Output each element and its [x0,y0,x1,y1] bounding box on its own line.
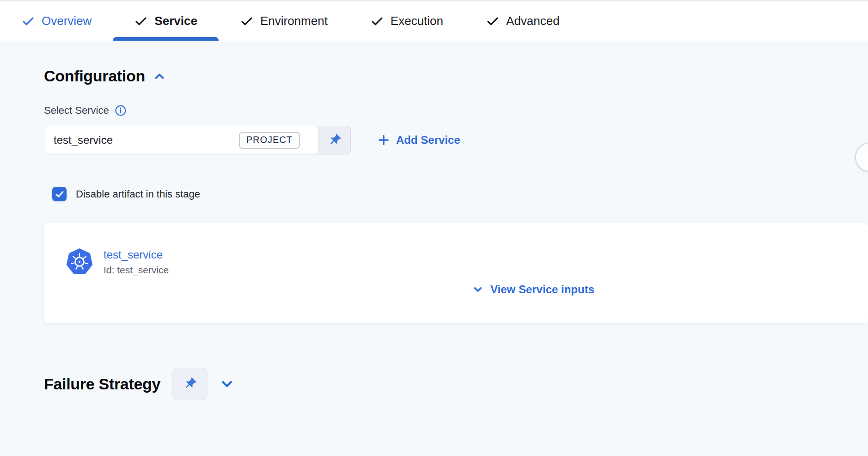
select-service-label-row: Select Service [44,105,868,117]
kubernetes-icon [65,247,94,277]
check-icon [21,14,35,28]
tab-environment[interactable]: Environment [219,1,349,41]
service-input-value: test_service [54,134,113,147]
service-text-block: test_service Id: test_service [104,247,169,277]
stage-tabbar: Overview Service Environment Execution A… [0,1,868,41]
tab-execution[interactable]: Execution [349,1,465,41]
tab-advanced[interactable]: Advanced [465,1,581,41]
service-name-link[interactable]: test_service [104,248,169,261]
check-icon [370,14,384,28]
scope-badge: PROJECT [239,132,300,149]
tab-label: Advanced [506,14,560,28]
pin-icon [180,374,200,394]
service-select-input[interactable]: test_service PROJECT [44,126,319,154]
configuration-title: Configuration [44,67,145,85]
check-icon [240,14,254,28]
checkbox-check-icon [55,189,65,199]
service-tab-content: Configuration Select Service test_servic… [0,41,868,400]
service-id-text: Id: test_service [104,265,169,276]
tab-label: Environment [260,14,328,28]
failure-strategy-header: Failure Strategy [44,368,868,400]
chevron-down-icon [472,283,484,296]
collapse-chevron-up-icon[interactable] [153,69,166,83]
view-service-inputs-toggle[interactable]: View Service inputs [472,283,594,296]
selected-service-card: test_service Id: test_service View Servi… [44,223,868,323]
failure-strategy-pin-button[interactable] [172,368,208,400]
failure-strategy-chevron-down-icon[interactable] [220,376,234,391]
check-icon [486,14,500,28]
service-select-row: test_service PROJECT Add Service [44,126,868,154]
service-select-input-group: test_service PROJECT [44,126,351,154]
disable-artifact-label: Disable artifact in this stage [76,188,200,200]
service-summary: test_service Id: test_service [65,247,169,277]
select-service-label: Select Service [44,105,109,117]
add-service-label: Add Service [396,134,460,147]
pin-icon [325,130,344,150]
tab-service[interactable]: Service [113,1,219,41]
disable-artifact-checkbox[interactable] [52,187,67,201]
view-service-inputs-label: View Service inputs [490,283,594,296]
tab-label: Overview [42,14,92,28]
configuration-section-header: Configuration [44,67,868,85]
disable-artifact-row: Disable artifact in this stage [52,187,868,201]
tab-label: Service [154,14,197,28]
add-service-button[interactable]: Add Service [378,134,460,147]
plus-icon [378,134,390,146]
info-icon[interactable] [115,105,127,117]
check-icon [134,14,148,28]
tab-label: Execution [391,14,443,28]
failure-strategy-title: Failure Strategy [44,375,160,393]
tab-overview[interactable]: Overview [0,1,113,41]
fixed-value-pin-button[interactable] [319,126,350,154]
